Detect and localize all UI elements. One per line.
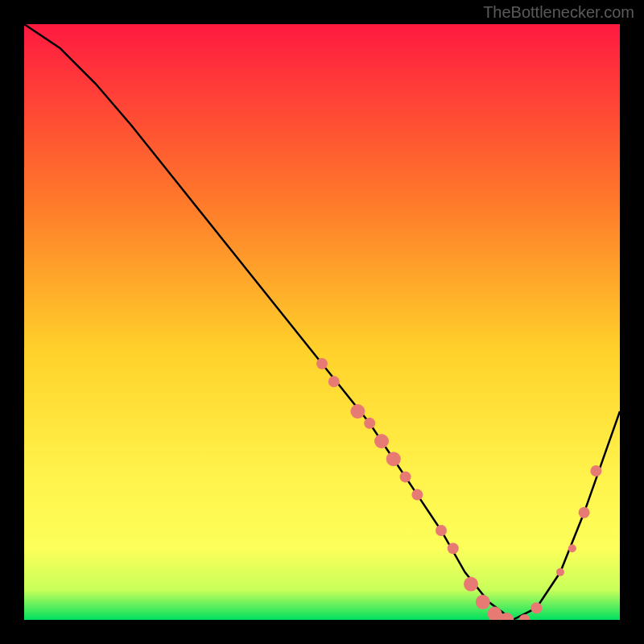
data-marker xyxy=(400,471,411,482)
data-marker xyxy=(316,358,328,369)
watermark-text: TheBottlenecker.com xyxy=(483,3,634,22)
data-marker xyxy=(364,418,375,429)
data-marker xyxy=(386,452,401,466)
data-marker xyxy=(374,434,389,448)
data-marker xyxy=(476,595,490,609)
plot-area xyxy=(24,24,620,620)
gradient-background xyxy=(24,24,620,620)
data-marker xyxy=(590,465,601,477)
data-marker xyxy=(448,543,459,554)
data-marker xyxy=(411,489,423,501)
data-marker xyxy=(556,568,564,576)
chart-svg xyxy=(24,24,620,620)
data-marker xyxy=(350,404,365,419)
data-marker xyxy=(464,577,478,592)
data-marker xyxy=(328,376,340,387)
data-marker xyxy=(436,525,447,536)
data-marker xyxy=(579,507,590,518)
data-marker xyxy=(530,602,542,613)
data-marker xyxy=(568,544,576,552)
